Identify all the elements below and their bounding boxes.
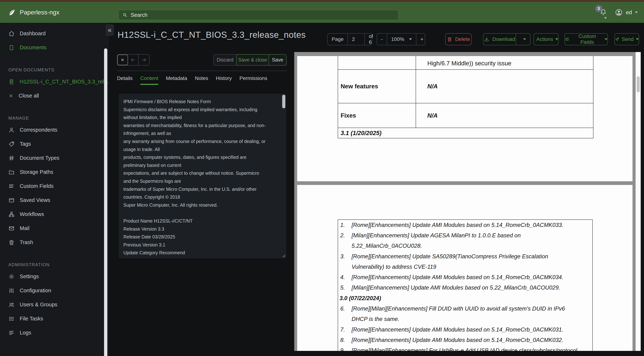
chevron-down-icon [635,12,638,13]
list-number: 3. [338,253,352,260]
zoom-level-dropdown[interactable]: 100% [387,34,416,45]
actions-button[interactable]: Actions [534,33,558,45]
release-notes-table: High/6.7 Middle)) security issue New fea… [338,56,594,138]
sidebar-item-label: Tags [20,141,31,147]
sidebar-item[interactable]: Correspondents [0,123,57,137]
list-text: [Rome][Enhancements] Update AMI Modules … [352,326,563,333]
content-textarea[interactable]: IPMI Firmware / BIOS Release Notes Form … [119,94,286,258]
content-scrollbar-thumb[interactable] [282,95,285,108]
sidebar-open-document[interactable]: H12SSL-i_C_CT_NT_BIOS_3.3_rel... [0,75,108,89]
chevron-down-icon [555,38,558,40]
send-button[interactable]: Send [614,33,639,45]
resize-handle-icon[interactable] [281,253,286,258]
custom-fields-button[interactable]: Custom Fields [564,33,608,45]
pdf-preview-pane: High/6.7 Middle)) security issue New fea… [294,52,641,351]
chevron-down-icon [604,38,608,40]
zoom-in-button[interactable]: + [416,34,428,45]
save-and-close-button[interactable]: Save & close [236,54,269,66]
sidebar-item-icon [8,183,14,189]
change-list-line: 3.0 (07/22/2024) [338,293,592,304]
table-cell: N/A [416,103,593,128]
sidebar-item-label: Trash [20,239,33,245]
sidebar-item[interactable]: Document Types [0,151,59,165]
search-input[interactable] [131,12,394,18]
sidebar-item-icon [8,225,14,232]
notifications-button[interactable]: 3 [599,8,607,17]
sidebar-item-icon [8,127,14,133]
list-text: 5.22_MilanCrb_0ACOU028. [352,243,422,249]
sidebar-item-label: Storage Paths [20,169,53,175]
sidebar-item[interactable]: Workflows [0,207,44,221]
next-document-button[interactable] [138,54,149,65]
sidebar-collapse-button[interactable]: « [106,24,114,36]
sidebar-item[interactable]: Documents [0,40,46,54]
sidebar-item[interactable]: Trash [0,235,33,250]
change-list-line: 1. [Rome][Enhancements] Update AMI Modul… [338,220,592,230]
table-row: 3.1 (1/20/2025) [338,128,593,138]
sidebar-item[interactable]: Configuration [0,284,51,298]
sidebar-item[interactable]: Storage Paths [0,165,53,179]
sidebar-item[interactable]: Settings [0,270,39,284]
actions-label: Actions [536,36,553,42]
editor-tab[interactable]: Metadata [166,76,187,85]
sidebar-item[interactable]: Dashboard [0,26,46,40]
sidebar-item[interactable]: Custom Fields [0,179,54,193]
chevron-down-icon [409,38,412,40]
list-number: 1. [338,222,352,228]
trash-icon [447,36,452,42]
editor-tab[interactable]: History [216,76,232,85]
close-document-button[interactable]: × [117,54,128,65]
notification-badge: 3 [595,5,602,12]
change-list-line: 4. [Rome][Enhancements] Update AMI Modul… [338,272,592,282]
list-text: [Milan][Enhancements] Update AMI Modules… [352,284,560,291]
sidebar-item[interactable]: Users & Groups [0,298,57,312]
sidebar-item[interactable]: Tags [0,137,31,151]
sidebar-item-icon [8,316,14,322]
document-title: H12SSL-i_C_CT_NT_BIOS_3.3_release_notes [118,30,306,40]
sidebar-item[interactable]: Mail [0,221,30,235]
change-list-line: 5.22_MilanCrb_0ACOU028. [338,241,592,251]
save-button[interactable]: Save [269,54,286,66]
sidebar-item-label: Documents [20,44,46,50]
admin-list: Settings Configuration Users & Groups Fi… [0,270,109,340]
editor-tab[interactable]: Permissions [240,76,267,85]
pdf-scrollbar-track[interactable] [636,52,641,351]
sidebar-item-icon [8,211,14,218]
list-number: 7. [338,326,352,333]
delete-button[interactable]: Delete [445,33,472,45]
previous-document-button[interactable] [128,54,138,65]
zoom-out-button[interactable]: - [377,34,387,45]
page-control: Page of 6 [327,33,372,45]
download-button[interactable]: Download [483,34,516,45]
pdf-page-2: 1. [Rome][Enhancements] Update AMI Modul… [297,185,632,351]
close-all-button[interactable]: Close all [0,89,109,103]
app-logo[interactable]: Paperless-ngx [8,2,59,23]
sidebar-scrollbar[interactable] [104,48,107,356]
sidebar-item[interactable]: Logs [0,326,31,340]
editor-tab[interactable]: Content [140,76,158,85]
open-documents-section-label: OPEN DOCUMENTS [0,65,109,75]
sidebar-item-label: Users & Groups [20,302,57,308]
discard-button[interactable]: Discard [214,54,236,66]
editor-tab[interactable]: Notes [195,76,208,85]
sidebar-item[interactable]: Saved Views [0,193,50,207]
sidebar-item-label: Logs [20,330,31,336]
page-number-input[interactable] [352,36,360,42]
sidebar-item[interactable]: File Tasks [0,312,43,326]
list-number: 5. [338,284,352,291]
administration-section-label: ADMINISTRATION [0,260,109,270]
tab-label: Notes [195,76,208,81]
editor-tab[interactable]: Details [117,76,133,85]
change-list-box: 1. [Rome][Enhancements] Update AMI Modul… [338,220,593,351]
change-list-line: 9. [Rome][Milan][Enhancements] For UsbBu… [338,346,592,351]
sidebar-primary-list: Dashboard Documents [0,26,109,54]
chevron-down-icon [523,38,526,40]
change-list-line: 7. [Rome][Enhancements] Update AMI Modul… [338,324,592,335]
table-row: New features N/A [338,69,593,103]
user-menu[interactable]: ed [614,8,638,16]
list-text: Vulnerability) to address CVE-119 [352,264,436,270]
download-options-button[interactable] [519,38,530,40]
list-text: [Milan][Enhancements] Update AGESA Milan… [352,232,521,239]
pdf-scrollbar-thumb[interactable] [637,76,640,92]
sidebar-item-icon [8,155,14,161]
